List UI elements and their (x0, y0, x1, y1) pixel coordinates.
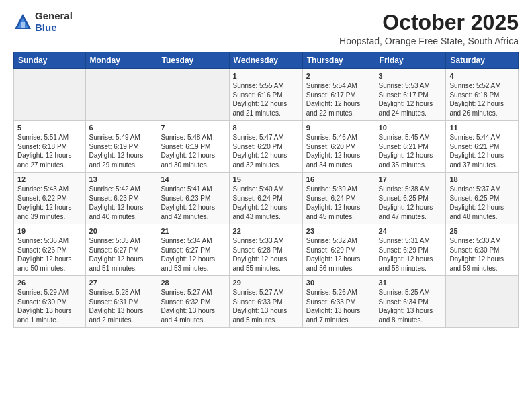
day-number: 23 (306, 227, 371, 235)
day-number: 3 (379, 72, 443, 80)
day-info: Sunrise: 5:49 AM Sunset: 6:19 PM Dayligh… (89, 133, 154, 169)
day-info: Sunrise: 5:52 AM Sunset: 6:18 PM Dayligh… (449, 81, 515, 118)
day-number: 16 (306, 175, 371, 183)
day-number: 6 (89, 124, 154, 132)
day-cell: 14Sunrise: 5:41 AM Sunset: 6:23 PM Dayli… (157, 173, 229, 224)
week-row-2: 5Sunrise: 5:51 AM Sunset: 6:18 PM Daylig… (14, 121, 519, 173)
logo-icon (13, 13, 32, 32)
day-number: 24 (379, 227, 443, 235)
day-info: Sunrise: 5:42 AM Sunset: 6:23 PM Dayligh… (89, 185, 154, 221)
day-number: 10 (379, 124, 443, 132)
day-info: Sunrise: 5:36 AM Sunset: 6:26 PM Dayligh… (17, 236, 82, 273)
day-number: 1 (233, 72, 299, 80)
day-info: Sunrise: 5:55 AM Sunset: 6:16 PM Dayligh… (233, 81, 299, 118)
day-info: Sunrise: 5:31 AM Sunset: 6:29 PM Dayligh… (379, 236, 443, 273)
header: General Blue October 2025 Hoopstad, Oran… (13, 11, 519, 46)
day-info: Sunrise: 5:33 AM Sunset: 6:28 PM Dayligh… (233, 236, 299, 273)
day-cell: 20Sunrise: 5:35 AM Sunset: 6:27 PM Dayli… (85, 224, 157, 276)
day-info: Sunrise: 5:51 AM Sunset: 6:18 PM Dayligh… (17, 133, 82, 169)
day-number: 7 (161, 124, 225, 132)
day-number: 18 (449, 175, 515, 183)
day-info: Sunrise: 5:47 AM Sunset: 6:20 PM Dayligh… (233, 133, 299, 169)
day-cell: 11Sunrise: 5:44 AM Sunset: 6:21 PM Dayli… (446, 121, 519, 173)
day-number: 21 (161, 227, 225, 235)
day-info: Sunrise: 5:27 AM Sunset: 6:33 PM Dayligh… (233, 288, 299, 324)
day-info: Sunrise: 5:48 AM Sunset: 6:19 PM Dayligh… (161, 133, 225, 169)
calendar: SundayMondayTuesdayWednesdayThursdayFrid… (13, 52, 519, 328)
day-info: Sunrise: 5:44 AM Sunset: 6:21 PM Dayligh… (449, 133, 515, 169)
column-header-monday: Monday (85, 52, 157, 69)
day-cell (157, 69, 229, 121)
day-cell: 31Sunrise: 5:25 AM Sunset: 6:34 PM Dayli… (375, 276, 446, 328)
day-info: Sunrise: 5:40 AM Sunset: 6:24 PM Dayligh… (233, 185, 299, 221)
day-number: 31 (379, 279, 443, 287)
day-cell: 29Sunrise: 5:27 AM Sunset: 6:33 PM Dayli… (229, 276, 302, 328)
day-number: 2 (306, 72, 371, 80)
day-cell: 25Sunrise: 5:30 AM Sunset: 6:30 PM Dayli… (446, 224, 519, 276)
day-cell: 17Sunrise: 5:38 AM Sunset: 6:25 PM Dayli… (375, 173, 446, 224)
day-info: Sunrise: 5:38 AM Sunset: 6:25 PM Dayligh… (379, 185, 443, 221)
day-number: 19 (17, 227, 82, 235)
day-cell: 5Sunrise: 5:51 AM Sunset: 6:18 PM Daylig… (14, 121, 86, 173)
day-cell: 18Sunrise: 5:37 AM Sunset: 6:25 PM Dayli… (446, 173, 519, 224)
day-info: Sunrise: 5:37 AM Sunset: 6:25 PM Dayligh… (449, 185, 515, 221)
day-cell: 24Sunrise: 5:31 AM Sunset: 6:29 PM Dayli… (375, 224, 446, 276)
day-info: Sunrise: 5:41 AM Sunset: 6:23 PM Dayligh… (161, 185, 225, 221)
column-header-thursday: Thursday (302, 52, 375, 69)
day-number: 28 (161, 279, 225, 287)
calendar-header: SundayMondayTuesdayWednesdayThursdayFrid… (14, 52, 519, 69)
day-cell: 28Sunrise: 5:27 AM Sunset: 6:32 PM Dayli… (157, 276, 229, 328)
logo-text: General Blue (35, 11, 73, 33)
day-cell: 22Sunrise: 5:33 AM Sunset: 6:28 PM Dayli… (229, 224, 302, 276)
day-cell: 9Sunrise: 5:46 AM Sunset: 6:20 PM Daylig… (302, 121, 375, 173)
day-cell (14, 69, 86, 121)
day-info: Sunrise: 5:39 AM Sunset: 6:24 PM Dayligh… (306, 185, 371, 221)
subtitle: Hoopstad, Orange Free State, South Afric… (339, 36, 519, 46)
week-row-5: 26Sunrise: 5:29 AM Sunset: 6:30 PM Dayli… (14, 276, 519, 328)
calendar-body: 1Sunrise: 5:55 AM Sunset: 6:16 PM Daylig… (14, 69, 519, 328)
day-number: 11 (449, 124, 515, 132)
day-number: 5 (17, 124, 82, 132)
day-number: 22 (233, 227, 299, 235)
week-row-3: 12Sunrise: 5:43 AM Sunset: 6:22 PM Dayli… (14, 173, 519, 224)
column-header-tuesday: Tuesday (157, 52, 229, 69)
day-cell: 30Sunrise: 5:26 AM Sunset: 6:33 PM Dayli… (302, 276, 375, 328)
day-cell: 19Sunrise: 5:36 AM Sunset: 6:26 PM Dayli… (14, 224, 86, 276)
day-info: Sunrise: 5:25 AM Sunset: 6:34 PM Dayligh… (379, 288, 443, 324)
day-info: Sunrise: 5:54 AM Sunset: 6:17 PM Dayligh… (306, 81, 371, 118)
week-row-1: 1Sunrise: 5:55 AM Sunset: 6:16 PM Daylig… (14, 69, 519, 121)
day-cell: 10Sunrise: 5:45 AM Sunset: 6:21 PM Dayli… (375, 121, 446, 173)
day-info: Sunrise: 5:27 AM Sunset: 6:32 PM Dayligh… (161, 288, 225, 324)
day-number: 4 (449, 72, 515, 80)
day-cell: 21Sunrise: 5:34 AM Sunset: 6:27 PM Dayli… (157, 224, 229, 276)
day-cell: 27Sunrise: 5:28 AM Sunset: 6:31 PM Dayli… (85, 276, 157, 328)
day-number: 14 (161, 175, 225, 183)
header-row: SundayMondayTuesdayWednesdayThursdayFrid… (14, 52, 519, 69)
day-info: Sunrise: 5:30 AM Sunset: 6:30 PM Dayligh… (449, 236, 515, 273)
day-number: 26 (17, 279, 82, 287)
column-header-friday: Friday (375, 52, 446, 69)
day-number: 13 (89, 175, 154, 183)
page: General Blue October 2025 Hoopstad, Oran… (0, 0, 532, 411)
day-cell: 15Sunrise: 5:40 AM Sunset: 6:24 PM Dayli… (229, 173, 302, 224)
logo: General Blue (13, 11, 73, 33)
day-info: Sunrise: 5:28 AM Sunset: 6:31 PM Dayligh… (89, 288, 154, 324)
day-number: 8 (233, 124, 299, 132)
day-cell: 6Sunrise: 5:49 AM Sunset: 6:19 PM Daylig… (85, 121, 157, 173)
day-info: Sunrise: 5:26 AM Sunset: 6:33 PM Dayligh… (306, 288, 371, 324)
day-number: 9 (306, 124, 371, 132)
day-cell: 2Sunrise: 5:54 AM Sunset: 6:17 PM Daylig… (302, 69, 375, 121)
day-info: Sunrise: 5:46 AM Sunset: 6:20 PM Dayligh… (306, 133, 371, 169)
logo-blue: Blue (35, 22, 73, 34)
day-number: 29 (233, 279, 299, 287)
day-info: Sunrise: 5:34 AM Sunset: 6:27 PM Dayligh… (161, 236, 225, 273)
day-cell: 4Sunrise: 5:52 AM Sunset: 6:18 PM Daylig… (446, 69, 519, 121)
day-info: Sunrise: 5:29 AM Sunset: 6:30 PM Dayligh… (17, 288, 82, 324)
svg-rect-2 (21, 22, 25, 28)
day-info: Sunrise: 5:32 AM Sunset: 6:29 PM Dayligh… (306, 236, 371, 273)
day-number: 25 (449, 227, 515, 235)
day-cell: 3Sunrise: 5:53 AM Sunset: 6:17 PM Daylig… (375, 69, 446, 121)
day-cell: 8Sunrise: 5:47 AM Sunset: 6:20 PM Daylig… (229, 121, 302, 173)
day-number: 27 (89, 279, 154, 287)
day-info: Sunrise: 5:45 AM Sunset: 6:21 PM Dayligh… (379, 133, 443, 169)
